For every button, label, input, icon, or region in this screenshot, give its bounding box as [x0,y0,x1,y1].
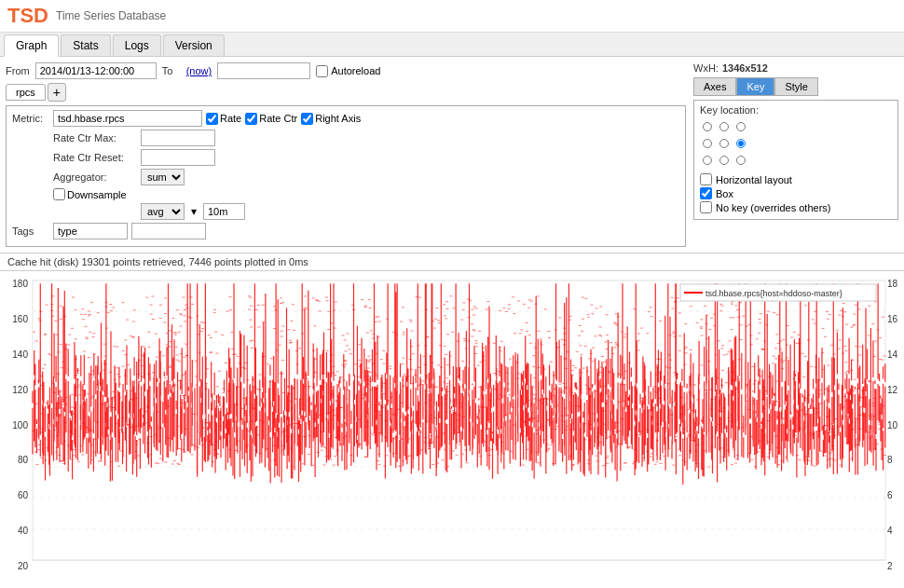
key-pos-mc[interactable] [717,136,732,151]
horizontal-layout-checkbox[interactable] [700,173,712,185]
add-metric-button[interactable]: + [48,83,66,102]
tags-value-input[interactable] [131,223,206,239]
tab-axes[interactable]: Axes [693,77,736,96]
graph-svg: tsd.hbase.rpcs{host=hddoso-master} [0,271,904,579]
tab-version[interactable]: Version [163,34,225,56]
to-now-link[interactable]: (now) [186,65,212,76]
to-input[interactable] [217,62,310,79]
wxh-row: WxH: 1346x512 [693,62,898,74]
key-pos-ml[interactable] [700,136,715,151]
tab-stats[interactable]: Stats [61,34,110,56]
y-axis-left: 180 160 140 120 100 80 60 40 20 [0,271,30,579]
tags-key-input[interactable] [53,223,128,239]
tab-graph[interactable]: Graph [4,34,59,57]
app-subtitle: Time Series Database [56,9,166,22]
rate-ctr-reset-label: Rate Ctr Reset: [53,152,137,163]
downsample-checkbox[interactable] [53,188,65,200]
metric-tab-rpcs[interactable]: rpcs [6,84,46,101]
downsample-func-select[interactable]: avg sum min max [141,203,185,220]
rate-ctr-reset-input[interactable] [141,149,215,166]
tags-label: Tags [12,226,49,237]
svg-text:tsd.hbase.rpcs{host=hddoso-mas: tsd.hbase.rpcs{host=hddoso-master} [705,289,842,298]
metric-tabs: rpcs + [6,83,686,102]
box-option[interactable]: Box [700,187,892,199]
autoreload-checkbox[interactable] [316,65,328,77]
wxh-value: 1346x512 [722,62,768,74]
panel-tabs: Axes Key Style [693,77,898,96]
right-axis-checkbox[interactable] [301,113,313,125]
no-key-checkbox[interactable] [700,201,712,213]
key-pos-tc[interactable] [717,119,732,134]
horizontal-layout-option[interactable]: Horizontal layout [700,173,892,185]
nav-tabs: Graph Stats Logs Version [0,33,904,57]
key-location-label: Key location: [700,104,892,116]
y-axis-right: 18 16 14 12 10 8 6 4 2 [885,271,904,579]
right-controls: WxH: 1346x512 Axes Key Style Key locatio… [693,62,898,247]
app-header: TSD Time Series Database [0,0,904,33]
rate-ctr-checkbox-label[interactable]: Rate Ctr [245,113,297,125]
key-pos-mr[interactable] [733,136,748,151]
metric-label: Metric: [12,113,49,124]
to-label: To [162,65,181,76]
from-to-row: From To (now) Autoreload [6,62,686,79]
wxh-label: WxH: [693,62,719,74]
metric-input-row: Metric: Rate Rate Ctr Right Axis [12,110,679,127]
downsample-func-row: avg sum min max ▾ [12,203,679,220]
key-location-grid [700,119,892,168]
rate-checkbox-label[interactable]: Rate [206,113,241,125]
key-pos-br[interactable] [733,153,748,168]
key-pos-tr[interactable] [733,119,748,134]
right-axis-checkbox-label[interactable]: Right Axis [301,113,361,125]
aggregator-row: Aggregator: sum avg min max [12,169,679,185]
metric-form: Metric: Rate Rate Ctr Right Axis Rate Ct… [6,105,686,247]
from-label: From [6,65,30,76]
tab-style[interactable]: Style [774,77,817,96]
no-key-option[interactable]: No key (overrides others) [700,201,892,213]
cache-info-bar: Cache hit (disk) 19301 points retrieved,… [0,253,904,271]
tab-key[interactable]: Key [736,77,774,96]
key-pos-bl[interactable] [700,153,715,168]
controls-panel: From To (now) Autoreload rpcs + Metric: … [0,57,904,253]
key-pos-tl[interactable] [700,119,715,134]
rate-ctr-max-label: Rate Ctr Max: [53,132,137,144]
metric-input[interactable] [53,110,202,127]
graph-area: tsd.hbase.rpcs{host=hddoso-master} 180 1… [0,271,904,579]
aggregator-select[interactable]: sum avg min max [141,169,185,185]
rate-checkbox[interactable] [206,113,218,125]
tab-logs[interactable]: Logs [113,34,161,56]
box-checkbox[interactable] [700,187,712,199]
downsample-checkbox-label[interactable]: Downsample [53,188,127,200]
tags-row: Tags [12,223,679,239]
aggregator-label: Aggregator: [53,171,137,183]
downsample-row: Downsample [12,188,679,200]
from-input[interactable] [35,62,157,79]
logo: TSD [7,4,48,28]
downsample-interval-input[interactable] [203,203,245,220]
rate-ctr-checkbox[interactable] [245,113,257,125]
rate-ctr-max-input[interactable] [141,130,215,146]
autoreload-label[interactable]: Autoreload [316,65,380,77]
rate-ctr-reset-row: Rate Ctr Reset: [12,149,679,166]
key-pos-bc[interactable] [717,153,732,168]
rate-ctr-max-row: Rate Ctr Max: [12,130,679,146]
left-controls: From To (now) Autoreload rpcs + Metric: … [6,62,686,247]
key-panel: Key location: Horizontal layout Box [693,100,898,220]
